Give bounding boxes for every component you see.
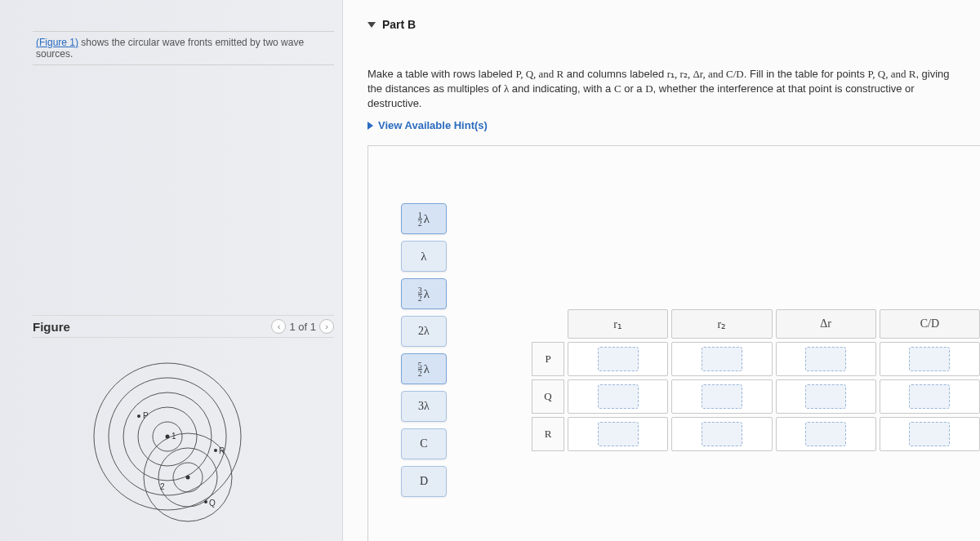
figure-pager-label: 1 of 1 — [289, 321, 316, 333]
row-label-P: P — [532, 342, 564, 376]
answer-table: r₁ r₂ Δr C/D P Q R — [532, 309, 980, 451]
col-header-cd: C/D — [880, 309, 980, 339]
collapse-icon — [368, 22, 376, 28]
svg-point-10 — [137, 415, 140, 418]
cell-R-r1[interactable] — [568, 417, 668, 451]
col-header-r1: r₁ — [568, 309, 668, 339]
chip-D[interactable]: D — [401, 466, 447, 497]
expand-icon — [368, 122, 373, 130]
cell-Q-r1[interactable] — [568, 379, 668, 414]
figure-title: Figure — [33, 320, 70, 334]
cell-Q-dr[interactable] — [776, 379, 876, 414]
view-hints-button[interactable]: View Available Hint(s) — [368, 119, 488, 131]
chip-three-lambda[interactable]: 3λ — [401, 391, 447, 422]
svg-point-11 — [214, 449, 217, 452]
diagram-label-1: 1 — [172, 432, 176, 441]
intro-text: (Figure 1) shows the circular wave front… — [33, 31, 334, 65]
part-title: Part B — [382, 18, 416, 31]
chip-two-lambda[interactable]: 2λ — [401, 316, 447, 347]
figure-next-button[interactable]: › — [319, 319, 334, 334]
figure-pager: ‹ 1 of 1 › — [271, 319, 334, 334]
cell-R-r2[interactable] — [671, 417, 772, 451]
col-header-r2: r₂ — [671, 309, 772, 339]
left-panel: (Figure 1) shows the circular wave front… — [0, 0, 343, 541]
right-panel: Part B Make a table with rows labeled P,… — [343, 0, 980, 541]
svg-point-12 — [204, 500, 207, 503]
svg-point-8 — [166, 435, 170, 439]
cell-Q-cd[interactable] — [880, 379, 980, 414]
figure-prev-button[interactable]: ‹ — [271, 319, 286, 334]
diagram-label-2: 2 — [160, 482, 165, 491]
table-corner — [532, 309, 564, 339]
figure-link[interactable]: (Figure 1) — [36, 37, 78, 48]
col-header-dr: Δr — [776, 309, 876, 339]
figure-header: Figure ‹ 1 of 1 › — [33, 315, 334, 338]
cell-P-cd[interactable] — [880, 342, 980, 376]
diagram-label-P: P — [143, 411, 149, 420]
answer-area: 12λ λ 32λ 2λ 52λ 3λ C D r₁ r₂ Δr C/D P Q — [368, 145, 980, 541]
row-label-R: R — [532, 417, 564, 451]
hints-label: View Available Hint(s) — [378, 119, 488, 131]
diagram-label-R: R — [219, 446, 225, 455]
chip-palette: 12λ λ 32λ 2λ 52λ 3λ C D — [401, 203, 450, 497]
cell-R-cd[interactable] — [880, 417, 980, 451]
chip-C[interactable]: C — [401, 428, 447, 459]
cell-Q-r2[interactable] — [671, 379, 772, 414]
chip-three-half-lambda[interactable]: 32λ — [401, 278, 447, 309]
figure-diagram: P 1 2 R Q — [90, 359, 270, 522]
chip-half-lambda[interactable]: 12λ — [401, 203, 447, 234]
diagram-label-Q: Q — [209, 499, 216, 508]
chip-five-half-lambda[interactable]: 52λ — [401, 353, 447, 384]
svg-point-9 — [186, 476, 190, 480]
row-label-Q: Q — [532, 379, 564, 414]
instructions: Make a table with rows labeled P, Q, and… — [368, 67, 956, 112]
chip-lambda[interactable]: λ — [401, 241, 447, 272]
cell-P-r1[interactable] — [568, 342, 668, 376]
part-header[interactable]: Part B — [368, 18, 416, 31]
cell-R-dr[interactable] — [776, 417, 876, 451]
cell-P-dr[interactable] — [776, 342, 876, 376]
cell-P-r2[interactable] — [671, 342, 772, 376]
